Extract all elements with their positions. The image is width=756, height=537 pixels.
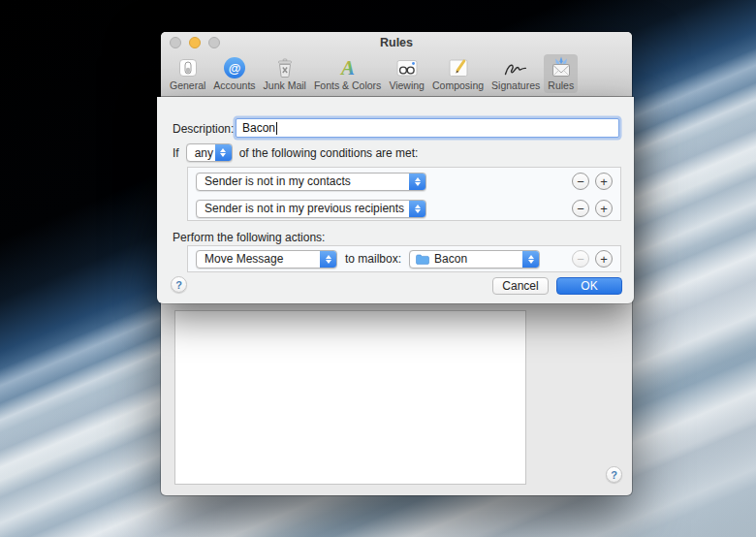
minimize-button[interactable] xyxy=(189,37,201,48)
add-action-button[interactable]: + xyxy=(595,250,613,268)
stepper-icon xyxy=(409,174,425,190)
tab-label: General xyxy=(170,79,205,91)
conditions-suffix-label: of the following conditions are met: xyxy=(239,146,419,160)
window-help-button[interactable]: ? xyxy=(606,466,622,483)
condition-popup[interactable]: Sender is not in my contacts xyxy=(196,173,426,191)
plus-icon: + xyxy=(600,253,608,266)
tab-signatures[interactable]: Signatures xyxy=(488,54,544,93)
condition-popup[interactable]: Sender is not in my previous recipients xyxy=(196,200,426,218)
minus-icon: − xyxy=(577,175,584,188)
tab-label: Fonts & Colors xyxy=(314,79,381,91)
help-glyph: ? xyxy=(175,279,182,291)
tab-rules[interactable]: Rules xyxy=(544,54,578,93)
condition-value: Sender is not in my previous recipients xyxy=(205,202,404,215)
condition-row: Sender is not in my contacts − + xyxy=(188,168,620,195)
preferences-toolbar: General @ Accounts xyxy=(161,53,632,96)
general-icon xyxy=(175,55,201,80)
description-label: Description: xyxy=(173,122,234,136)
tab-label: Composing xyxy=(432,79,484,91)
description-input[interactable]: Bacon xyxy=(236,118,619,138)
eyeglasses-icon xyxy=(394,55,420,80)
action-value: Move Message xyxy=(205,252,283,266)
remove-condition-button[interactable]: − xyxy=(572,173,589,190)
actions-box: Move Message to mailbox: Bacon − + xyxy=(187,245,621,272)
tab-label: Viewing xyxy=(389,79,425,91)
tab-label: Junk Mail xyxy=(264,79,306,91)
signature-icon xyxy=(503,55,528,80)
stepper-icon xyxy=(409,201,425,217)
plus-icon: + xyxy=(600,175,608,188)
pencil-icon xyxy=(446,55,471,80)
fonts-colors-icon: A xyxy=(335,55,361,80)
rules-list[interactable] xyxy=(174,310,526,485)
condition-row: Sender is not in my previous recipients … xyxy=(188,195,620,222)
close-button[interactable] xyxy=(170,37,181,48)
tab-fonts-colors[interactable]: A Fonts & Colors xyxy=(310,54,385,93)
tab-label: Rules xyxy=(548,79,574,91)
minus-icon: − xyxy=(577,253,584,266)
remove-condition-button[interactable]: − xyxy=(572,200,589,217)
conditions-box: Sender is not in my contacts − + Sender … xyxy=(187,167,621,221)
tab-viewing[interactable]: Viewing xyxy=(385,54,428,93)
cancel-label: Cancel xyxy=(502,279,538,293)
add-condition-button[interactable]: + xyxy=(595,200,613,217)
tab-accounts[interactable]: @ Accounts xyxy=(209,54,259,93)
match-type-popup[interactable]: any xyxy=(186,143,233,162)
action-popup[interactable]: Move Message xyxy=(196,250,337,268)
cancel-button[interactable]: Cancel xyxy=(492,277,549,295)
match-condition-row: If any of the following conditions are m… xyxy=(173,143,418,162)
stepper-icon xyxy=(522,251,539,268)
rules-envelope-icon xyxy=(549,55,574,80)
folder-icon xyxy=(416,254,429,265)
accounts-icon: @ xyxy=(222,55,247,80)
trash-icon xyxy=(272,55,298,80)
traffic-lights xyxy=(170,37,220,48)
tab-label: Accounts xyxy=(213,79,255,91)
minus-icon: − xyxy=(577,203,584,215)
ok-button[interactable]: OK xyxy=(556,277,622,295)
window-title: Rules xyxy=(161,32,632,53)
titlebar[interactable]: Rules xyxy=(161,32,632,53)
stepper-icon xyxy=(320,251,336,268)
svg-text:A: A xyxy=(339,56,355,79)
condition-value: Sender is not in my contacts xyxy=(205,174,351,188)
stepper-icon xyxy=(215,144,232,161)
zoom-button[interactable] xyxy=(208,37,220,48)
remove-action-button[interactable]: − xyxy=(572,250,589,268)
tab-composing[interactable]: Composing xyxy=(428,54,488,93)
mailbox-popup[interactable]: Bacon xyxy=(409,250,540,268)
to-mailbox-label: to mailbox: xyxy=(345,252,401,266)
tab-general[interactable]: General xyxy=(166,54,209,93)
plus-icon: + xyxy=(600,203,608,215)
rule-editor-sheet: Description: Bacon If any of the followi… xyxy=(157,97,634,303)
mailbox-value: Bacon xyxy=(434,252,467,266)
actions-label: Perform the following actions: xyxy=(173,231,325,244)
add-condition-button[interactable]: + xyxy=(595,173,613,190)
tab-junk-mail[interactable]: Junk Mail xyxy=(260,54,310,93)
svg-text:@: @ xyxy=(229,61,241,76)
tab-label: Signatures xyxy=(491,79,540,91)
match-type-value: any xyxy=(195,146,213,160)
sheet-help-button[interactable]: ? xyxy=(171,276,187,293)
description-value: Bacon xyxy=(242,121,275,135)
help-glyph: ? xyxy=(611,469,617,481)
window-header: Rules General xyxy=(161,32,632,97)
ok-label: OK xyxy=(581,279,597,293)
if-label: If xyxy=(173,146,179,160)
text-caret xyxy=(276,122,277,135)
